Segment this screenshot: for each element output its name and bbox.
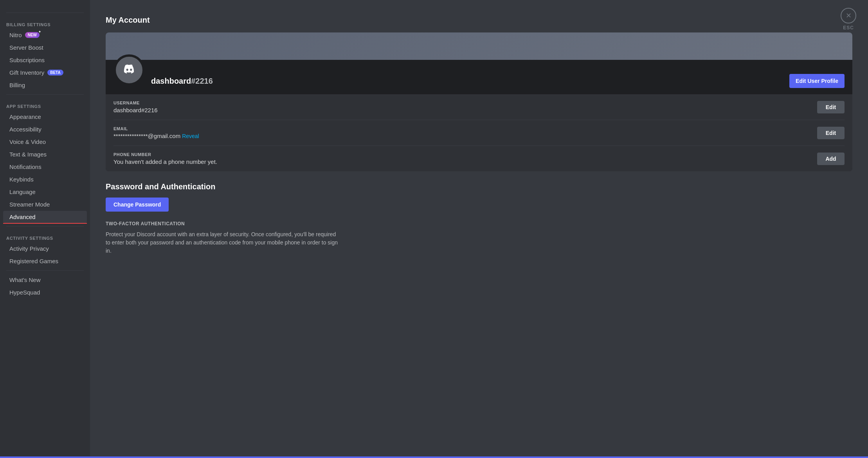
username-field-content: USERNAME dashboard#2216: [113, 101, 811, 113]
sidebar: BILLING SETTINGS Nitro NEW Server Boost …: [0, 0, 90, 458]
sidebar-item-label: Keybinds: [9, 176, 34, 183]
profile-card: dashboard#2216 Edit User Profile USERNAM…: [106, 32, 852, 171]
sidebar-item-notifications[interactable]: Notifications: [3, 161, 87, 173]
sidebar-item-server-boost[interactable]: Server Boost: [3, 41, 87, 54]
sidebar-item-label: Streamer Mode: [9, 201, 50, 208]
tfa-description: Protect your Discord account with an ext…: [106, 230, 340, 255]
profile-tag: #2216: [191, 77, 213, 85]
sidebar-item-activity-privacy[interactable]: Activity Privacy: [3, 242, 87, 255]
sidebar-divider-4: [6, 270, 84, 271]
phone-add-button[interactable]: Add: [817, 153, 845, 165]
close-circle-icon: ✕: [841, 8, 856, 23]
avatar-icon: [121, 60, 138, 81]
close-label: ESC: [843, 25, 854, 31]
email-field-content: EMAIL ***************@gmail.comReveal: [113, 126, 811, 139]
sidebar-item-gift-inventory[interactable]: Gift Inventory BETA: [3, 66, 87, 79]
phone-value: You haven't added a phone number yet.: [113, 158, 811, 165]
sidebar-item-label: Nitro: [9, 32, 22, 38]
sidebar-item-accessibility[interactable]: Accessibility: [3, 123, 87, 135]
email-value: ***************@gmail.comReveal: [113, 133, 811, 139]
email-field: EMAIL ***************@gmail.comReveal Ed…: [113, 120, 845, 146]
main-content: ✕ ESC My Account dashboard#2216 Edit Use…: [90, 0, 868, 458]
sidebar-item-appearance[interactable]: Appearance: [3, 111, 87, 123]
sidebar-item-subscriptions[interactable]: Subscriptions: [3, 54, 87, 66]
page-title: My Account: [106, 16, 852, 25]
profile-username: dashboard#2216: [151, 63, 783, 86]
sidebar-item-label: Language: [9, 189, 36, 195]
sidebar-divider-2: [6, 94, 84, 95]
sidebar-item-label: Appearance: [9, 113, 41, 120]
sidebar-item-label: Gift Inventory: [9, 69, 44, 76]
gift-inventory-beta-badge: BETA: [47, 70, 63, 75]
avatar: [113, 54, 145, 86]
sidebar-item-label: Notifications: [9, 163, 41, 170]
billing-settings-label: BILLING SETTINGS: [0, 16, 90, 29]
phone-field-content: PHONE NUMBER You haven't added a phone n…: [113, 152, 811, 165]
sidebar-item-label: Activity Privacy: [9, 245, 49, 252]
bottom-bar: [0, 456, 868, 458]
profile-info-row: dashboard#2216 Edit User Profile: [106, 60, 852, 94]
activity-settings-label: ACTIVITY SETTINGS: [0, 230, 90, 242]
sidebar-divider-3: [6, 226, 84, 226]
sidebar-item-keybinds[interactable]: Keybinds: [3, 173, 87, 185]
sidebar-item-whats-new[interactable]: What's New: [3, 274, 87, 286]
sidebar-item-language[interactable]: Language: [3, 186, 87, 198]
email-edit-button[interactable]: Edit: [817, 127, 845, 139]
sidebar-item-voice-video[interactable]: Voice & Video: [3, 136, 87, 148]
password-section-title: Password and Authentication: [106, 182, 852, 191]
sidebar-item-label: Advanced: [9, 214, 36, 220]
sidebar-item-streamer-mode[interactable]: Streamer Mode: [3, 198, 87, 210]
sidebar-item-billing[interactable]: Billing: [3, 79, 87, 91]
username-edit-button[interactable]: Edit: [817, 101, 845, 113]
reveal-email-link[interactable]: Reveal: [182, 133, 199, 139]
sidebar-item-label: Subscriptions: [9, 57, 45, 63]
sidebar-item-label: What's New: [9, 277, 41, 283]
app-settings-label: APP SETTINGS: [0, 98, 90, 110]
sidebar-item-nitro[interactable]: Nitro NEW: [3, 29, 87, 41]
sidebar-item-label: Accessibility: [9, 126, 41, 133]
sidebar-item-hypesquad[interactable]: HypeSquad: [3, 286, 87, 298]
username-label: USERNAME: [113, 101, 811, 105]
sidebar-item-label: Voice & Video: [9, 138, 46, 145]
sidebar-item-label: Server Boost: [9, 44, 43, 51]
change-password-button[interactable]: Change Password: [106, 198, 169, 212]
sidebar-item-label: HypeSquad: [9, 289, 40, 296]
sidebar-item-text-images[interactable]: Text & Images: [3, 148, 87, 160]
account-fields: USERNAME dashboard#2216 Edit EMAIL *****…: [106, 94, 852, 171]
close-button[interactable]: ✕ ESC: [841, 8, 856, 31]
sidebar-item-label: Registered Games: [9, 258, 58, 264]
phone-label: PHONE NUMBER: [113, 152, 811, 157]
sidebar-item-label: Billing: [9, 82, 25, 88]
email-label: EMAIL: [113, 126, 811, 131]
edit-user-profile-button[interactable]: Edit User Profile: [789, 74, 845, 88]
phone-field: PHONE NUMBER You haven't added a phone n…: [113, 146, 845, 171]
tfa-label: TWO-FACTOR AUTHENTICATION: [106, 221, 852, 226]
sidebar-divider: [6, 13, 84, 13]
sidebar-item-advanced[interactable]: Advanced: [3, 211, 87, 223]
sidebar-item-registered-games[interactable]: Registered Games: [3, 255, 87, 267]
nitro-new-badge: NEW: [25, 32, 40, 38]
sidebar-item-label: Text & Images: [9, 151, 47, 158]
password-auth-section: Password and Authentication Change Passw…: [106, 182, 852, 255]
username-value: dashboard#2216: [113, 107, 811, 113]
username-field: USERNAME dashboard#2216 Edit: [113, 94, 845, 120]
